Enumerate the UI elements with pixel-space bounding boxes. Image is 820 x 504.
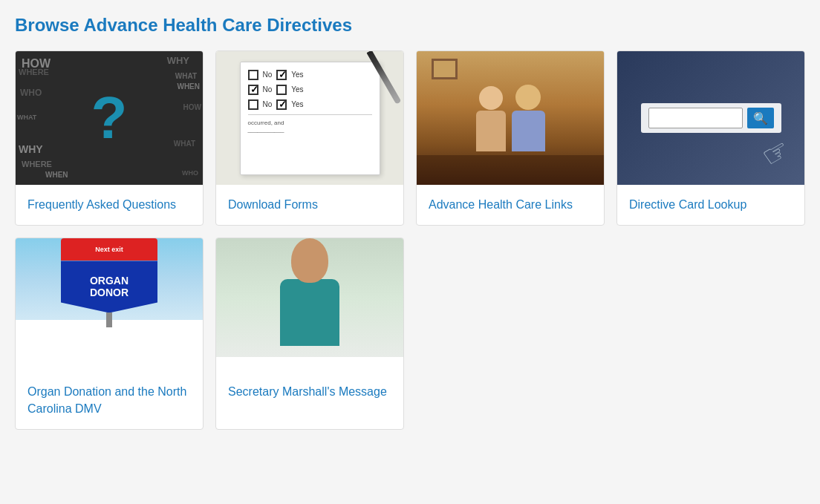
health-link[interactable]: Advance Health Care Links (429, 197, 592, 213)
directive-search-button[interactable]: 🔍 (747, 108, 774, 128)
card-grid-row1: HOW WHY WHERE WHAT WHO WHEN WHY WHAT WHE… (15, 50, 805, 226)
directive-card-image: 🔍 ☞ (617, 51, 804, 185)
secretary-card-content: Secretary Marshall's Message (216, 372, 403, 412)
page-title: Browse Advance Health Care Directives (15, 15, 805, 36)
directive-link[interactable]: Directive Card Lookup (629, 197, 793, 213)
forms-link[interactable]: Download Forms (228, 197, 391, 213)
health-card-content: Advance Health Care Links (417, 185, 604, 225)
forms-card[interactable]: No Yes No Yes No Yes (215, 50, 404, 226)
finger-pointer-icon: ☞ (756, 131, 796, 174)
organ-sign-top-text: Next exit (61, 238, 157, 261)
secretary-link[interactable]: Secretary Marshall's Message (228, 384, 391, 400)
organ-sign-pole (106, 312, 112, 327)
person-silhouette (273, 238, 347, 357)
organ-link[interactable]: Organ Donation and the North Carolina DM… (27, 384, 191, 417)
faq-link[interactable]: Frequently Asked Questions (27, 197, 191, 213)
forms-card-image: No Yes No Yes No Yes (216, 51, 403, 185)
forms-card-content: Download Forms (216, 185, 403, 225)
organ-sign: Next exit ORGAN DONOR (61, 238, 157, 320)
card-grid-row2: Next exit ORGAN DONOR Organ Donation and… (15, 238, 805, 430)
directive-search-input[interactable] (648, 108, 743, 128)
organ-sign-line2: DONOR (90, 287, 128, 299)
person-body (280, 279, 339, 346)
secretary-card-image (216, 238, 403, 372)
secretary-card[interactable]: Secretary Marshall's Message (215, 238, 404, 430)
health-card-image (417, 51, 604, 185)
organ-card-image: Next exit ORGAN DONOR (16, 238, 203, 372)
directive-card[interactable]: 🔍 ☞ Directive Card Lookup (616, 50, 805, 226)
organ-card-content: Organ Donation and the North Carolina DM… (16, 372, 203, 429)
health-card[interactable]: Advance Health Care Links (416, 50, 605, 226)
faq-card-content: Frequently Asked Questions (16, 185, 203, 225)
faq-card-image: HOW WHY WHERE WHAT WHO WHEN WHY WHAT WHE… (16, 51, 203, 185)
person-head (291, 238, 328, 283)
organ-card[interactable]: Next exit ORGAN DONOR Organ Donation and… (15, 238, 204, 430)
directive-card-content: Directive Card Lookup (617, 185, 804, 225)
faq-card[interactable]: HOW WHY WHERE WHAT WHO WHEN WHY WHAT WHE… (15, 50, 204, 226)
organ-sign-line1: ORGAN (90, 275, 128, 287)
